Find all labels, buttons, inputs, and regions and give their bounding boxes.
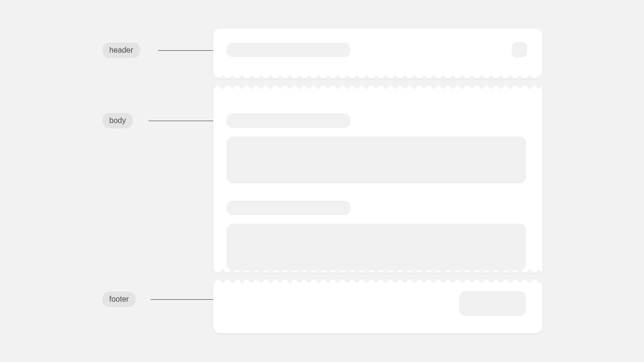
footer-card	[213, 280, 542, 333]
annotation-header: header	[103, 43, 140, 58]
connector-footer	[150, 299, 213, 300]
connector-body	[149, 121, 213, 121]
field-input-placeholder-1	[227, 136, 526, 183]
header-title-placeholder	[227, 43, 350, 57]
footer-torn-edge	[213, 279, 542, 286]
field-input-placeholder-2	[227, 224, 526, 271]
field-label-placeholder-1	[227, 113, 350, 128]
annotation-body: body	[103, 113, 133, 128]
annotation-footer: footer	[103, 292, 136, 307]
header-action-placeholder	[512, 42, 527, 57]
body-torn-edge-top	[213, 85, 542, 92]
body-card	[213, 86, 542, 272]
body-field-1	[227, 113, 526, 183]
header-card	[213, 29, 542, 79]
body-field-2	[227, 201, 526, 271]
footer-button-placeholder	[459, 291, 526, 316]
connector-header	[158, 50, 213, 51]
header-torn-edge	[213, 72, 542, 79]
field-label-placeholder-2	[227, 201, 350, 215]
diagram-canvas: header body footer	[0, 0, 644, 362]
body-torn-edge-bottom	[213, 266, 542, 273]
